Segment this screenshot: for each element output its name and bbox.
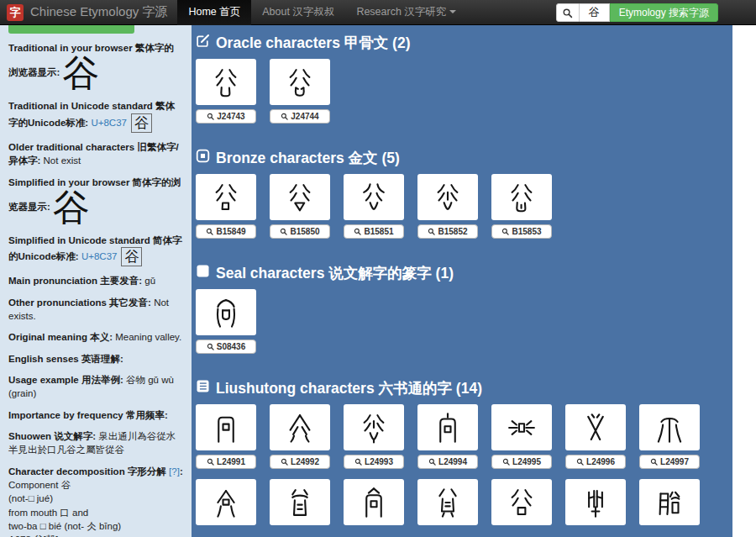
info-row: Importance by frequency 常用频率:: [8, 408, 183, 422]
zoom-button[interactable]: L24997: [639, 455, 700, 469]
boxed-character: 谷: [131, 113, 152, 133]
glyph-image: [491, 479, 552, 525]
decomposition-line: (not-□ jué): [8, 492, 183, 505]
glyph-image: [196, 289, 256, 335]
ancient-glyph-drawing: [652, 410, 687, 445]
ancient-glyph-drawing: [504, 180, 539, 215]
card-id-label: B15849: [216, 227, 245, 236]
magnifier-icon: [281, 113, 288, 120]
search-group: Etymology 搜索字源: [556, 3, 718, 22]
brand-title[interactable]: Chinese Etymology 字源: [30, 4, 167, 20]
info-label: English senses 英语理解:: [8, 354, 123, 364]
info-row: Original meaning 本义: Meaning valley.: [8, 330, 183, 344]
section-title: Seal characters 说文解字的篆字 (1): [216, 264, 454, 282]
glyph-card: B15850: [270, 174, 330, 239]
ancient-glyph-drawing: [430, 180, 465, 215]
ancient-glyph-drawing: [208, 295, 244, 330]
ancient-glyph-drawing: [208, 180, 244, 215]
zoom-button[interactable]: L24994: [417, 455, 478, 469]
magnifier-icon: [501, 228, 509, 235]
glyph-image: [639, 479, 700, 525]
magnifier-icon: [576, 458, 584, 466]
unicode-link[interactable]: U+8C37: [91, 117, 127, 127]
glyph-image: [270, 174, 330, 220]
section-title: Oracle characters 甲骨文 (2): [216, 34, 411, 52]
magnifier-icon: [207, 458, 214, 466]
help-link[interactable]: [?]: [169, 466, 180, 476]
ancient-glyph-drawing: [282, 65, 318, 100]
glyph-card: J24743: [196, 59, 256, 124]
magnifier-icon: [354, 228, 361, 235]
glyph-card: [491, 479, 552, 525]
pencil-square-icon: [196, 34, 210, 52]
zoom-button[interactable]: L24995: [491, 455, 552, 469]
glyph-image: [344, 174, 404, 220]
glyph-image: [270, 59, 330, 105]
big-character-display: 谷: [62, 52, 99, 93]
glyph-card: L24996: [565, 404, 626, 469]
card-id-label: S08436: [217, 342, 245, 351]
zoom-button[interactable]: L24991: [196, 455, 256, 469]
etymology-search-button[interactable]: Etymology 搜索字源: [610, 3, 718, 22]
zoom-button[interactable]: L24996: [565, 455, 626, 469]
glyph-card: J24744: [270, 59, 330, 124]
card-id-label: L24992: [291, 457, 319, 466]
card-id-label: L24995: [512, 457, 541, 466]
nav-item-home[interactable]: Home 首页: [177, 0, 251, 25]
character-form-section: Liushutong characters 六书通的字 (14)L24991L2…: [196, 379, 732, 525]
nav-item-research[interactable]: Research 汉字研究: [345, 0, 467, 25]
app-logo[interactable]: 字: [7, 4, 24, 21]
info-row: Other pronunciations 其它发音: Not exists.: [8, 296, 183, 324]
zoom-button[interactable]: L24993: [344, 455, 404, 469]
glyph-card: [196, 479, 256, 525]
right-margin: [732, 25, 756, 537]
zoom-button[interactable]: B15849: [196, 224, 256, 239]
search-button[interactable]: [556, 3, 580, 22]
ancient-glyph-drawing: [356, 410, 391, 445]
glyph-card: L24991: [196, 404, 256, 469]
card-id-label: B15851: [364, 227, 393, 236]
decomposition-line: A078 谷[穀]: [8, 533, 183, 537]
glyph-cards-row: B15849B15850B15851B15852B15853: [196, 174, 732, 239]
rounded-square-icon: [196, 149, 210, 167]
glyph-image: [565, 479, 626, 525]
nav-item-about[interactable]: About 汉字叔叔: [251, 0, 345, 25]
chevron-down-icon: [449, 10, 456, 13]
card-id-label: L24997: [660, 457, 689, 466]
search-input[interactable]: [580, 3, 610, 22]
glyph-card: [417, 479, 478, 525]
glyph-image: [344, 404, 404, 450]
character-forms-panel: Oracle characters 甲骨文 (2)J24743J24744Bro…: [192, 25, 732, 537]
magnifier-icon: [354, 458, 362, 466]
glyph-cards-row: S08436: [196, 289, 732, 354]
card-id-label: J24744: [291, 112, 318, 121]
ancient-glyph-drawing: [504, 485, 539, 520]
magnifier-icon: [502, 458, 510, 466]
zoom-button[interactable]: B15852: [417, 224, 478, 239]
glyph-card: B15851: [344, 174, 404, 239]
glyph-cards-row: [196, 479, 732, 525]
ancient-glyph-drawing: [430, 485, 465, 520]
glyph-card: L24995: [491, 404, 552, 469]
top-navbar: 字 Chinese Etymology 字源 Home 首页About 汉字叔叔…: [0, 0, 756, 25]
card-id-label: L24994: [438, 457, 467, 466]
card-id-label: L24993: [365, 457, 393, 466]
ancient-glyph-drawing: [356, 485, 391, 520]
zoom-button[interactable]: J24743: [196, 109, 256, 124]
ancient-glyph-drawing: [208, 410, 244, 445]
zoom-button[interactable]: B15850: [270, 224, 330, 239]
info-label: Other pronunciations 其它发音:: [8, 297, 151, 308]
unicode-link[interactable]: U+8C37: [81, 251, 118, 261]
glyph-card: B15849: [196, 174, 256, 239]
info-label: Older traditional characters 旧繁体字/异体字:: [8, 142, 179, 166]
character-form-section: Oracle characters 甲骨文 (2)J24743J24744: [196, 34, 732, 124]
magnifier-icon: [428, 228, 435, 235]
glyph-image: [270, 479, 330, 525]
zoom-button[interactable]: B15851: [344, 224, 404, 239]
glyph-card: [270, 479, 330, 525]
zoom-button[interactable]: J24744: [270, 109, 330, 124]
zoom-button[interactable]: B15853: [491, 224, 552, 239]
glyph-image: [196, 479, 256, 525]
zoom-button[interactable]: L24992: [270, 455, 330, 469]
zoom-button[interactable]: S08436: [196, 340, 256, 354]
